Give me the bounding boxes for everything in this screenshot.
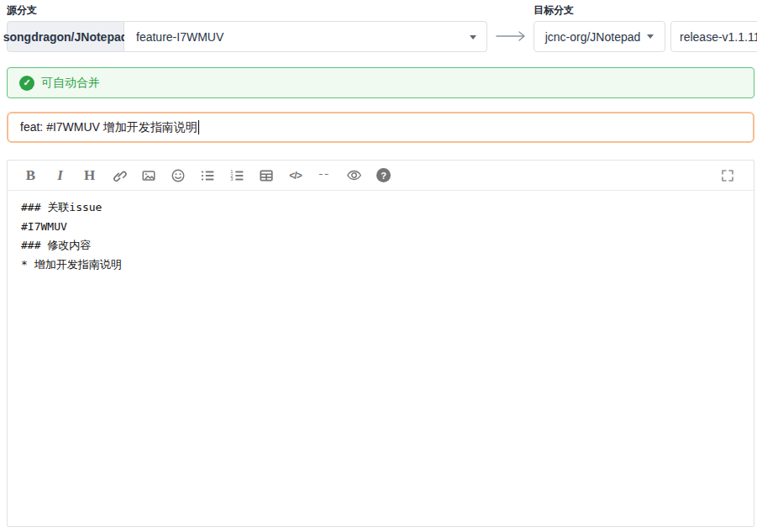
editor-toolbar: B I H [8, 161, 754, 191]
merge-status-banner: ✓ 可自动合并 [7, 67, 754, 98]
target-branch-group: jcnc-org/JNotepad release-v1.1.11 [534, 21, 757, 52]
chevron-down-icon [470, 35, 476, 40]
pr-title-input[interactable]: feat: #I7WMUV 增加开发指南说明 [7, 112, 754, 143]
unordered-list-icon [200, 168, 215, 183]
italic-icon: I [57, 167, 63, 184]
bold-button[interactable]: B [16, 161, 45, 191]
editor-content[interactable]: ### 关联issue #I7WMUV ### 修改内容 * 增加开发指南说明 [8, 191, 754, 510]
heading-button[interactable]: H [75, 161, 104, 191]
preview-button[interactable] [339, 161, 369, 191]
source-branch-label: 源分支 [7, 3, 37, 18]
code-icon: </> [289, 170, 301, 182]
fullscreen-icon [721, 169, 734, 182]
ordered-list-icon: 1 2 3 [229, 168, 244, 183]
table-icon [259, 168, 274, 183]
ordered-list-button[interactable]: 1 2 3 [222, 161, 251, 191]
help-button[interactable]: ? [369, 161, 398, 191]
italic-button[interactable]: I [45, 161, 75, 191]
pr-title-value: feat: #I7WMUV 增加开发指南说明 [20, 120, 197, 135]
link-button[interactable] [104, 161, 134, 191]
source-repo-segment[interactable]: songdragon/JNotepad [7, 21, 124, 52]
markdown-editor: B I H [7, 160, 754, 527]
editor-line: #I7WMUV [21, 218, 740, 237]
svg-text:3: 3 [230, 176, 233, 182]
target-branch-label: 目标分支 [534, 3, 574, 18]
editor-line: * 增加开发指南说明 [21, 255, 740, 275]
editor-line: ### 修改内容 [21, 236, 740, 255]
arrow-right-icon [492, 28, 529, 45]
source-branch-value: feature-I7WMUV [136, 30, 223, 44]
check-circle-icon: ✓ [19, 76, 34, 91]
source-branch-dropdown[interactable]: feature-I7WMUV [124, 21, 487, 52]
image-icon [141, 168, 156, 183]
text-cursor [198, 120, 199, 134]
fullscreen-button[interactable] [712, 161, 742, 191]
eye-icon [346, 167, 362, 183]
link-icon [112, 168, 127, 183]
merge-status-text: 可自动合并 [41, 76, 100, 91]
emoji-icon [171, 168, 186, 183]
question-circle-icon: ? [376, 168, 391, 182]
heading-icon: H [84, 167, 95, 184]
target-branch-dropdown[interactable]: release-v1.1.11 [670, 21, 757, 52]
quote-button[interactable]: “ [310, 161, 339, 191]
chevron-down-icon [647, 34, 654, 39]
source-branch-group: songdragon/JNotepad feature-I7WMUV [7, 21, 487, 52]
editor-line: ### 关联issue [21, 198, 740, 218]
target-repo-value: jcnc-org/JNotepad [545, 30, 641, 44]
code-button[interactable]: </> [281, 161, 310, 191]
image-button[interactable] [134, 161, 163, 191]
table-button[interactable] [251, 161, 281, 191]
bold-icon: B [26, 167, 35, 184]
quote-icon: “ [318, 174, 332, 186]
target-repo-dropdown[interactable]: jcnc-org/JNotepad [534, 21, 665, 52]
unordered-list-button[interactable] [192, 161, 222, 191]
emoji-button[interactable] [163, 161, 192, 191]
